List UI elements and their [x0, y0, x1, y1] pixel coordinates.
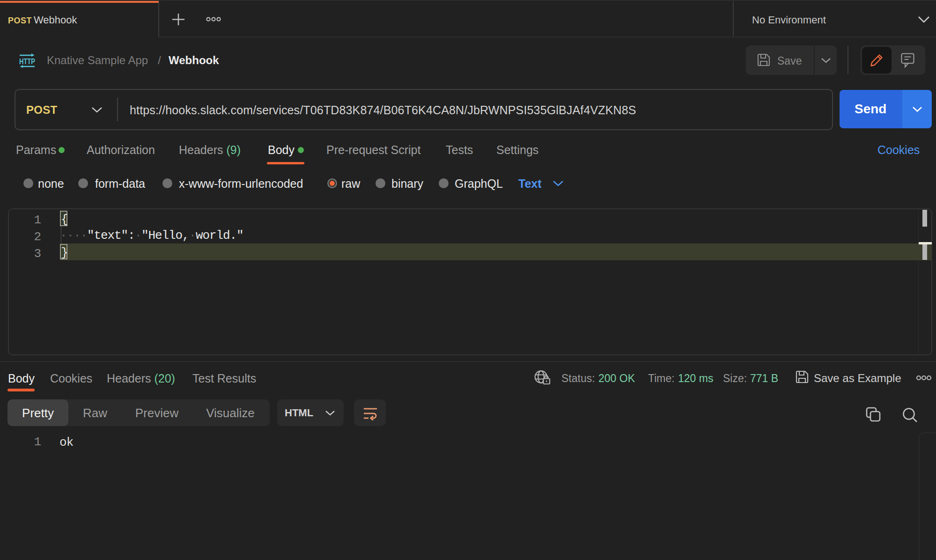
- svg-text:HTTP: HTTP: [19, 58, 35, 66]
